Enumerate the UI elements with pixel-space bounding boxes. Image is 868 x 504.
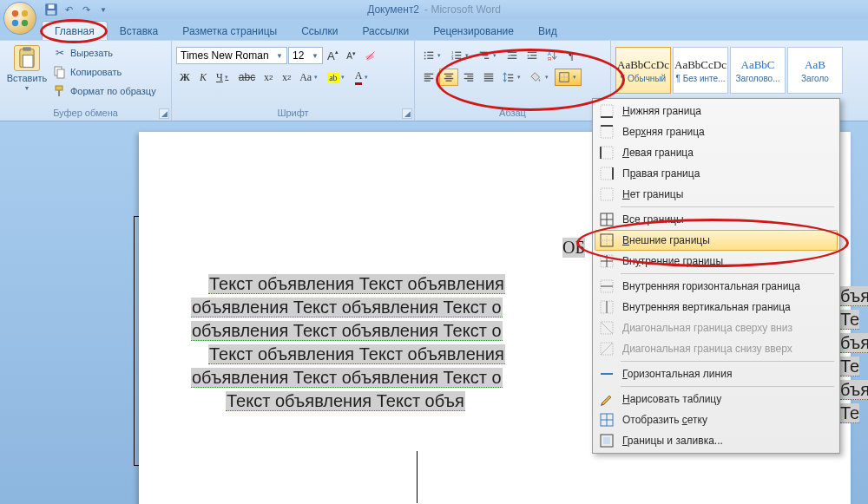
group-clipboard-label: Буфер обмена (4, 107, 167, 121)
border-menu-all[interactable]: Все границы (595, 209, 838, 230)
strikethrough-button[interactable]: abc (235, 69, 259, 86)
svg-rect-45 (446, 81, 452, 82)
svg-rect-64 (601, 147, 613, 159)
group-paragraph-label: Абзац (419, 107, 606, 121)
border-icon-dialog (598, 432, 615, 449)
font-family-combo[interactable]: Times New Roman▼ (176, 47, 287, 64)
underline-button[interactable]: Ч▾ (213, 69, 234, 86)
svg-point-19 (424, 58, 426, 60)
qat-redo-icon[interactable]: ↷ (78, 2, 94, 17)
border-menu-bottom[interactable]: Нижняя граница (595, 101, 838, 121)
svg-rect-28 (482, 55, 488, 56)
svg-rect-52 (484, 78, 494, 79)
font-dialog-launcher[interactable]: ◢ (402, 108, 412, 119)
increase-indent-button[interactable] (523, 47, 542, 64)
border-menu-inner[interactable]: Внутренние границы (595, 251, 838, 272)
shading-button[interactable]: ▾ (527, 69, 554, 86)
svg-rect-30 (508, 52, 517, 53)
style-card-3[interactable]: AaBЗаголо (787, 47, 843, 94)
qat-undo-icon[interactable]: ↶ (61, 2, 76, 17)
shrink-font-button[interactable]: A▾ (343, 47, 360, 64)
border-icon-inner (598, 252, 615, 270)
border-menu-none[interactable]: Нет границы (595, 184, 838, 205)
highlight-color-button[interactable]: ab▾ (324, 69, 350, 86)
tab-6[interactable]: Вид (526, 22, 569, 40)
grow-font-button[interactable]: A▴ (324, 47, 342, 64)
copy-button[interactable]: Копировать (49, 62, 160, 82)
border-menu-grid[interactable]: Отобразить сетку (595, 409, 838, 430)
align-left-button[interactable] (419, 69, 438, 86)
superscript-button[interactable]: x2 (278, 69, 295, 86)
justify-button[interactable] (479, 69, 498, 86)
format-painter-button[interactable]: Формат по образцу (49, 82, 160, 101)
document-name: Документ2 (367, 3, 419, 16)
style-card-1[interactable]: AaBbCcDc¶ Без инте... (673, 47, 728, 94)
border-menu-outer[interactable]: Внешние границы (595, 230, 838, 251)
tab-2[interactable]: Разметка страницы (170, 22, 289, 40)
format-painter-icon (53, 84, 67, 98)
border-menu-top[interactable]: Верхняя граница (595, 121, 838, 142)
clipboard-dialog-launcher[interactable]: ◢ (159, 108, 169, 119)
style-card-2[interactable]: AaBbCЗаголово... (730, 47, 786, 94)
qat-dropdown-icon[interactable]: ▼ (95, 2, 111, 17)
border-menu-hline[interactable]: Горизонтальная линия (595, 363, 838, 384)
numbering-button[interactable]: 123▾ (447, 47, 474, 64)
border-icon-grid (598, 411, 615, 429)
sort-button[interactable]: АЯ (542, 47, 562, 64)
svg-rect-22 (455, 52, 461, 53)
borders-button[interactable]: ▾ (555, 69, 582, 86)
clear-formatting-button[interactable] (361, 47, 380, 64)
svg-rect-11 (57, 69, 64, 78)
show-hide-button[interactable]: ¶ (562, 47, 580, 64)
style-card-0[interactable]: AaBbCcDc¶ Обычный (615, 47, 671, 94)
svg-line-85 (601, 343, 613, 355)
change-case-button[interactable]: Aa▾ (296, 69, 323, 86)
align-right-button[interactable] (459, 69, 478, 86)
paste-label: Вставить (7, 73, 48, 83)
bullets-button[interactable]: ▾ (419, 47, 446, 64)
border-icon-diag-down (598, 319, 615, 337)
tab-3[interactable]: Ссылки (289, 22, 350, 40)
font-size-combo[interactable]: 12▼ (288, 47, 323, 64)
tab-0[interactable]: Главная (42, 21, 108, 40)
border-menu-inner-h[interactable]: Внутренняя горизонтальная граница (595, 276, 838, 297)
subscript-button[interactable]: x2 (260, 69, 277, 86)
border-icon-left (598, 144, 615, 161)
svg-point-17 (424, 55, 426, 56)
border-menu-draw[interactable]: Нарисовать таблицу (595, 389, 838, 409)
border-icon-outer (598, 232, 615, 249)
svg-rect-13 (58, 90, 60, 96)
border-menu-left[interactable]: Левая граница (595, 142, 838, 163)
decrease-indent-button[interactable] (503, 47, 522, 64)
paste-button[interactable]: Вставить ▼ (4, 43, 49, 93)
border-menu-dialog[interactable]: Границы и заливка... (595, 430, 838, 451)
border-icon-top (598, 123, 615, 141)
svg-rect-62 (601, 126, 613, 138)
border-icon-none (598, 186, 615, 203)
line-spacing-button[interactable]: ▾ (499, 69, 526, 86)
svg-rect-40 (424, 78, 434, 79)
office-button[interactable] (3, 2, 36, 35)
qat-save-icon[interactable] (43, 2, 59, 17)
border-icon-inner-v (598, 298, 615, 316)
svg-rect-66 (601, 167, 613, 180)
tab-5[interactable]: Рецензирование (421, 22, 526, 40)
svg-point-15 (424, 52, 426, 54)
tab-4[interactable]: Рассылки (350, 22, 421, 40)
multilevel-list-button[interactable]: ▾ (475, 47, 502, 64)
styles-gallery[interactable]: AaBbCcDc¶ ОбычныйAaBbCcDc¶ Без инте...Aa… (615, 47, 843, 94)
svg-text:3: 3 (451, 56, 454, 61)
cut-button[interactable]: ✂Вырезать (49, 43, 160, 62)
border-menu-inner-v[interactable]: Внутренняя вертикальная граница (595, 297, 838, 317)
svg-rect-12 (56, 86, 62, 90)
border-menu-right[interactable]: Правая граница (595, 163, 838, 184)
bold-button[interactable]: Ж (176, 69, 194, 86)
paste-icon (14, 45, 40, 71)
font-color-button[interactable]: A▾ (352, 69, 374, 86)
italic-button[interactable]: К (194, 69, 212, 86)
align-center-button[interactable] (439, 69, 458, 86)
svg-rect-56 (508, 81, 513, 82)
svg-point-3 (22, 20, 28, 26)
svg-rect-39 (424, 75, 431, 76)
tab-1[interactable]: Вставка (108, 22, 171, 40)
